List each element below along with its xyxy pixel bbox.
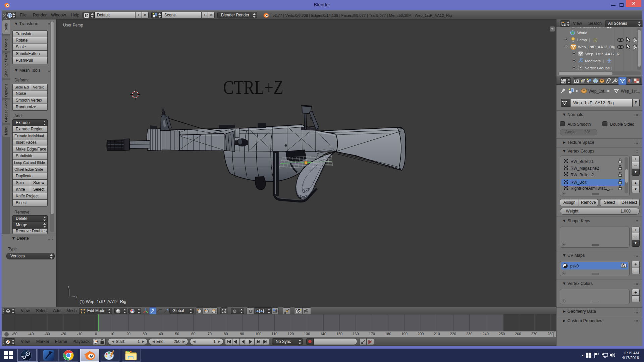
svg-text:y: y <box>75 295 77 298</box>
svg-text:z: z <box>68 285 69 289</box>
svg-text:i: i <box>9 14 10 17</box>
